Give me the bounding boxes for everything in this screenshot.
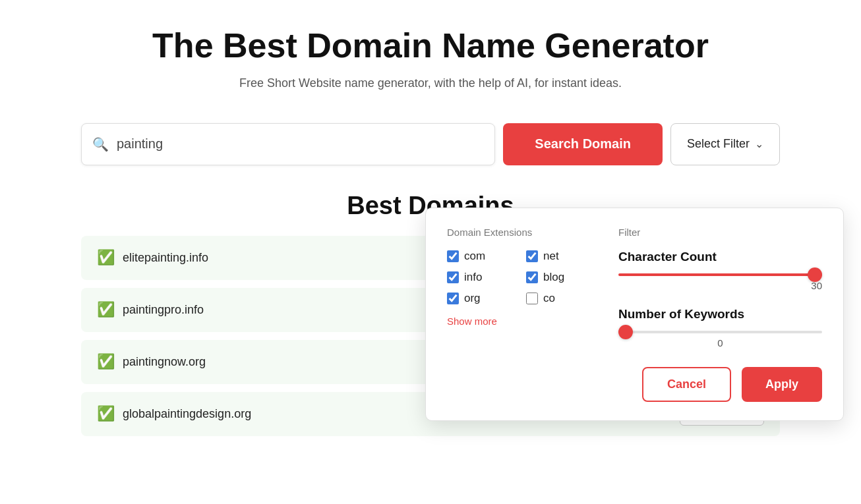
ext-label-blog: blog xyxy=(543,271,564,284)
character-count-slider[interactable] xyxy=(618,273,822,276)
extensions-heading: Domain Extensions xyxy=(447,227,592,238)
ext-item-net[interactable]: net xyxy=(526,250,592,263)
extensions-column: Domain Extensions com net info blog xyxy=(447,227,592,402)
available-icon: ✅ xyxy=(97,249,115,266)
ext-label-com: com xyxy=(464,250,485,263)
ext-checkbox-info[interactable] xyxy=(447,271,459,283)
domain-row-left: ✅ elitepainting.info xyxy=(97,249,208,266)
ext-item-org[interactable]: org xyxy=(447,292,513,305)
ext-label-co: co xyxy=(543,292,555,305)
ext-checkbox-blog[interactable] xyxy=(526,271,538,283)
available-icon: ✅ xyxy=(97,405,115,422)
character-count-slider-row xyxy=(618,273,822,276)
keywords-slider[interactable] xyxy=(618,331,822,333)
search-input-wrapper: 🔍 xyxy=(81,123,495,165)
ext-label-info: info xyxy=(464,271,482,284)
ext-checkbox-co[interactable] xyxy=(526,293,538,304)
filter-button-label: Select Filter xyxy=(687,137,750,151)
search-icon: 🔍 xyxy=(92,138,109,151)
available-icon: ✅ xyxy=(97,353,115,370)
domain-name: globalpaintingdesign.org xyxy=(123,407,251,421)
domain-row-left: ✅ globalpaintingdesign.org xyxy=(97,405,251,422)
ext-item-com[interactable]: com xyxy=(447,250,513,263)
page-title: The Best Domain Name Generator xyxy=(13,26,848,66)
search-input[interactable] xyxy=(117,136,484,152)
filter-column: Filter Character Count 30 Number of Keyw… xyxy=(618,227,822,402)
cancel-button[interactable]: Cancel xyxy=(642,367,731,402)
search-domain-button[interactable]: Search Domain xyxy=(503,123,663,165)
keywords-slider-row xyxy=(618,331,822,333)
show-more-link[interactable]: Show more xyxy=(447,316,497,327)
apply-button[interactable]: Apply xyxy=(742,367,822,402)
ext-label-net: net xyxy=(543,250,559,263)
select-filter-button[interactable]: Select Filter ⌄ xyxy=(670,123,780,165)
filter-dropdown-inner: Domain Extensions com net info blog xyxy=(447,227,822,402)
domain-name: paintingnow.org xyxy=(123,355,206,369)
page-header: The Best Domain Name Generator Free Shor… xyxy=(0,0,861,103)
keywords-label: Number of Keywords xyxy=(618,307,822,322)
chevron-down-icon: ⌄ xyxy=(755,138,763,150)
ext-item-co[interactable]: co xyxy=(526,292,592,305)
ext-label-org: org xyxy=(464,292,481,305)
domain-name: paintingpro.info xyxy=(123,303,204,317)
ext-item-blog[interactable]: blog xyxy=(526,271,592,284)
domain-row-left: ✅ paintingnow.org xyxy=(97,353,206,370)
domain-name: elitepainting.info xyxy=(123,251,208,265)
ext-checkbox-net[interactable] xyxy=(526,250,538,262)
page-subtitle: Free Short Website name generator, with … xyxy=(13,76,848,90)
domain-row-left: ✅ paintingpro.info xyxy=(97,301,204,318)
ext-checkbox-com[interactable] xyxy=(447,250,459,262)
filter-heading: Filter xyxy=(618,227,822,238)
character-count-label: Character Count xyxy=(618,250,822,264)
ext-item-info[interactable]: info xyxy=(447,271,513,284)
available-icon: ✅ xyxy=(97,301,115,318)
extensions-grid: com net info blog org xyxy=(447,250,592,305)
ext-checkbox-org[interactable] xyxy=(447,293,459,304)
search-bar-container: 🔍 Search Domain Select Filter ⌄ xyxy=(68,123,793,165)
filter-dropdown: Domain Extensions com net info blog xyxy=(425,208,844,421)
dropdown-actions: Cancel Apply xyxy=(618,367,822,402)
